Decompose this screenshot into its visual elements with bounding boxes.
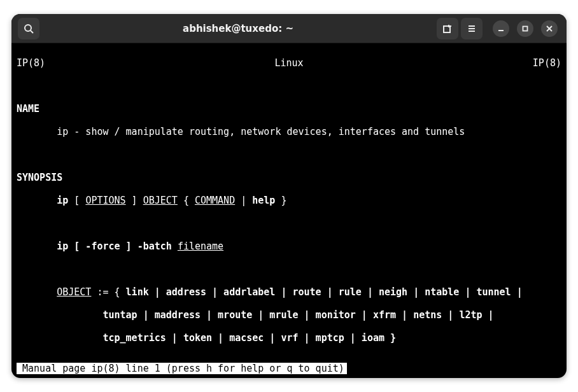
synopsis-line-1: ip [ OPTIONS ] OBJECT { COMMAND | help }: [17, 195, 561, 206]
terminal-window: abhishek@tuxedo: ~ IP(8)LinuxIP(8) NAME …: [11, 14, 567, 378]
man-header-right: IP(8): [533, 57, 561, 69]
object-line-2: tuntap | maddress | mroute | mrule | mon…: [17, 309, 561, 321]
synopsis-line-2: ip [ -force ] -batch filename: [17, 241, 561, 252]
svg-rect-9: [523, 26, 528, 31]
titlebar: abhishek@tuxedo: ~: [11, 14, 567, 43]
man-header-row: IP(8)LinuxIP(8): [17, 57, 561, 69]
search-button[interactable]: [18, 18, 39, 39]
blank-line: [17, 218, 561, 229]
new-tab-button[interactable]: [437, 18, 458, 39]
section-name-header: NAME: [17, 103, 561, 115]
blank-line: [17, 263, 561, 275]
maximize-button[interactable]: [517, 20, 533, 37]
window-title: abhishek@tuxedo: ~: [41, 23, 435, 34]
svg-point-0: [25, 25, 31, 31]
svg-line-1: [31, 31, 33, 33]
man-status-line: Manual page ip(8) line 1 (press h for he…: [17, 363, 347, 374]
name-line: ip - show / manipulate routing, network …: [17, 126, 561, 137]
minimize-button[interactable]: [493, 20, 509, 37]
terminal-content[interactable]: IP(8)LinuxIP(8) NAME ip - show / manipul…: [11, 43, 567, 378]
blank-line: [17, 149, 561, 160]
blank-line: [17, 80, 561, 92]
hamburger-menu-button[interactable]: [461, 18, 483, 39]
object-line-1: OBJECT := { link | address | addrlabel |…: [17, 286, 561, 298]
man-header-center: Linux: [45, 57, 533, 69]
close-button[interactable]: [541, 20, 558, 37]
object-line-3: tcp_metrics | token | macsec | vrf | mpt…: [17, 332, 561, 344]
section-synopsis-header: SYNOPSIS: [17, 172, 561, 183]
man-header-left: IP(8): [17, 57, 45, 69]
